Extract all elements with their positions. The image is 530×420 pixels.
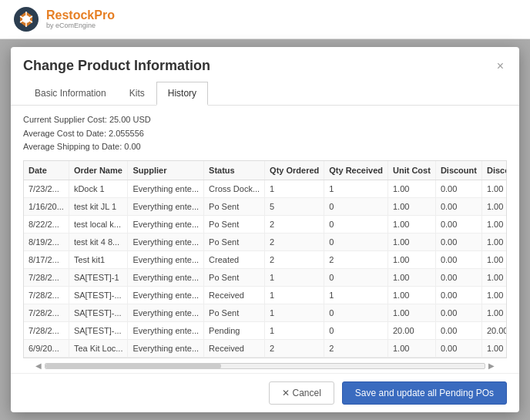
cell-8-2: Everything ente... [128, 322, 204, 340]
cell-3-3: Po Sent [204, 234, 265, 251]
cell-2-0: 8/22/2... [24, 216, 69, 234]
cell-4-7: 0.00 [435, 251, 481, 269]
cell-0-0: 7/23/2... [24, 180, 69, 198]
cell-6-5: 1 [324, 287, 388, 304]
cell-7-7: 0.00 [435, 304, 481, 322]
history-table: Date Order Name Supplier Status Qty Orde… [24, 161, 507, 358]
table-row: 8/19/2...test kit 4 8...Everything ente.… [24, 234, 507, 251]
cell-6-3: Received [204, 287, 265, 304]
cell-5-2: Everything ente... [128, 269, 204, 287]
cell-6-0: 7/28/2... [24, 287, 69, 304]
cell-2-5: 0 [324, 216, 388, 234]
cell-8-6: 20.00 [387, 322, 435, 340]
cell-5-7: 0.00 [435, 269, 481, 287]
avg-shipping-label: Average Shipping to Date: 0.00 [23, 140, 507, 154]
modal-footer: ✕Cancel Save and update all Pending POs [11, 373, 519, 412]
table-row: 7/28/2...SA[TEST]-...Everything ente...P… [24, 322, 507, 340]
table-row: 7/28/2...SA[TEST]-...Everything ente...R… [24, 287, 507, 304]
cell-7-5: 0 [324, 304, 388, 322]
cell-1-8: 1.00 [481, 198, 507, 216]
scroll-left-arrow[interactable]: ◀ [35, 361, 42, 370]
save-button[interactable]: Save and update all Pending POs [342, 381, 507, 405]
cell-9-8: 1.00 [481, 340, 507, 358]
cell-6-8: 1.00 [481, 287, 507, 304]
cell-0-3: Cross Dock... [204, 180, 265, 198]
col-status: Status [204, 161, 265, 180]
cell-9-3: Received [204, 340, 265, 358]
cell-4-8: 1.00 [481, 251, 507, 269]
tab-kits[interactable]: Kits [118, 82, 156, 106]
modal-title: Change Product Information [23, 58, 210, 74]
supplier-cost-label: Current Supplier Cost: 25.00 USD [23, 113, 507, 127]
cell-2-1: test local k... [69, 216, 128, 234]
cell-9-0: 6/9/20... [24, 340, 69, 358]
cell-2-6: 1.00 [387, 216, 435, 234]
cell-9-6: 1.00 [387, 340, 435, 358]
col-unit-cost: Unit Cost [387, 161, 435, 180]
cell-6-6: 1.00 [387, 287, 435, 304]
tab-history[interactable]: History [156, 82, 208, 106]
col-qty-ordered: Qty Ordered [265, 161, 324, 180]
cell-0-4: 1 [265, 180, 324, 198]
col-qty-received: Qty Received [324, 161, 388, 180]
logo-main: RestockPro [46, 8, 115, 22]
cell-5-5: 0 [324, 269, 388, 287]
cell-4-5: 2 [324, 251, 388, 269]
cell-9-4: 2 [265, 340, 324, 358]
logo-text: RestockPro by eComEngine [46, 8, 115, 29]
cell-1-6: 1.00 [387, 198, 435, 216]
tab-basic-information[interactable]: Basic Information [23, 82, 118, 106]
table-row: 7/23/2...kDock 1Everything ente...Cross … [24, 180, 507, 198]
cell-5-3: Po Sent [204, 269, 265, 287]
cell-3-1: test kit 4 8... [69, 234, 128, 251]
cell-4-4: 2 [265, 251, 324, 269]
cell-3-6: 1.00 [387, 234, 435, 251]
cell-4-2: Everything ente... [128, 251, 204, 269]
cell-7-3: Po Sent [204, 304, 265, 322]
col-order-name: Order Name [69, 161, 128, 180]
history-table-container[interactable]: Date Order Name Supplier Status Qty Orde… [23, 160, 507, 358]
table-row: 1/16/20...test kit JL 1Everything ente..… [24, 198, 507, 216]
cell-0-2: Everything ente... [128, 180, 204, 198]
cell-4-6: 1.00 [387, 251, 435, 269]
cell-8-0: 7/28/2... [24, 322, 69, 340]
cell-8-4: 1 [265, 322, 324, 340]
scroll-track[interactable] [45, 363, 485, 369]
cell-3-0: 8/19/2... [24, 234, 69, 251]
cell-5-6: 1.00 [387, 269, 435, 287]
cell-1-0: 1/16/20... [24, 198, 69, 216]
scroll-thumb [45, 364, 221, 368]
cell-7-4: 1 [265, 304, 324, 322]
cell-1-1: test kit JL 1 [69, 198, 128, 216]
cell-8-3: Pending [204, 322, 265, 340]
modal: Change Product Information × Basic Infor… [11, 47, 519, 412]
cell-0-8: 1.00 [481, 180, 507, 198]
scroll-right-arrow[interactable]: ▶ [488, 361, 495, 370]
cell-9-5: 2 [324, 340, 388, 358]
close-button[interactable]: × [494, 59, 507, 73]
info-section: Current Supplier Cost: 25.00 USD Average… [23, 113, 507, 154]
cell-8-7: 0.00 [435, 322, 481, 340]
table-body: 7/23/2...kDock 1Everything ente...Cross … [24, 180, 507, 358]
cell-1-7: 0.00 [435, 198, 481, 216]
cell-6-2: Everything ente... [128, 287, 204, 304]
col-discounted-unit-cost: Discounted Unit Cost [481, 161, 507, 180]
cell-3-4: 2 [265, 234, 324, 251]
cell-6-7: 0.00 [435, 287, 481, 304]
cell-2-8: 1.00 [481, 216, 507, 234]
table-row: 6/9/20...Tea Kit Loc...Everything ente..… [24, 340, 507, 358]
cell-1-5: 0 [324, 198, 388, 216]
table-row: 8/17/2...Test kit1Everything ente...Crea… [24, 251, 507, 269]
cell-2-7: 0.00 [435, 216, 481, 234]
cell-8-5: 0 [324, 322, 388, 340]
table-header-row: Date Order Name Supplier Status Qty Orde… [24, 161, 507, 180]
cell-2-2: Everything ente... [128, 216, 204, 234]
cancel-button[interactable]: ✕Cancel [269, 381, 334, 405]
logo: RestockPro by eComEngine [12, 5, 115, 33]
cell-4-1: Test kit1 [69, 251, 128, 269]
modal-overlay: Change Product Information × Basic Infor… [0, 39, 530, 420]
scrollbar-row: ◀ ▶ [23, 358, 507, 373]
col-date: Date [24, 161, 69, 180]
cell-1-2: Everything ente... [128, 198, 204, 216]
table-row: 8/22/2...test local k...Everything ente.… [24, 216, 507, 234]
